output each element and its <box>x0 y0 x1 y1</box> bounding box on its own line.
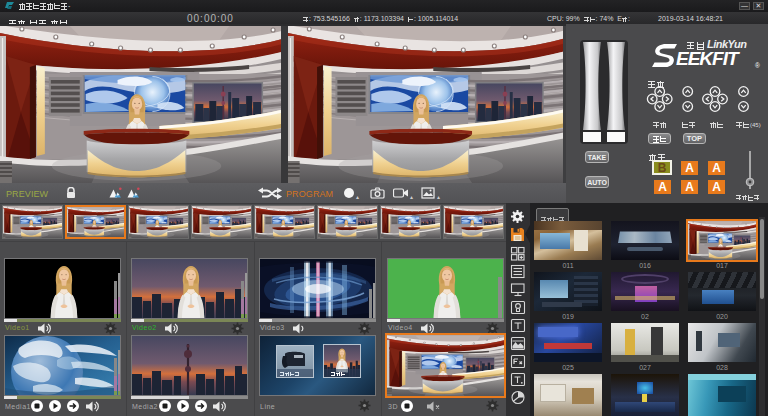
svg-text:EEKFIT: EEKFIT <box>676 48 740 69</box>
svg-text:®: ® <box>755 62 760 69</box>
